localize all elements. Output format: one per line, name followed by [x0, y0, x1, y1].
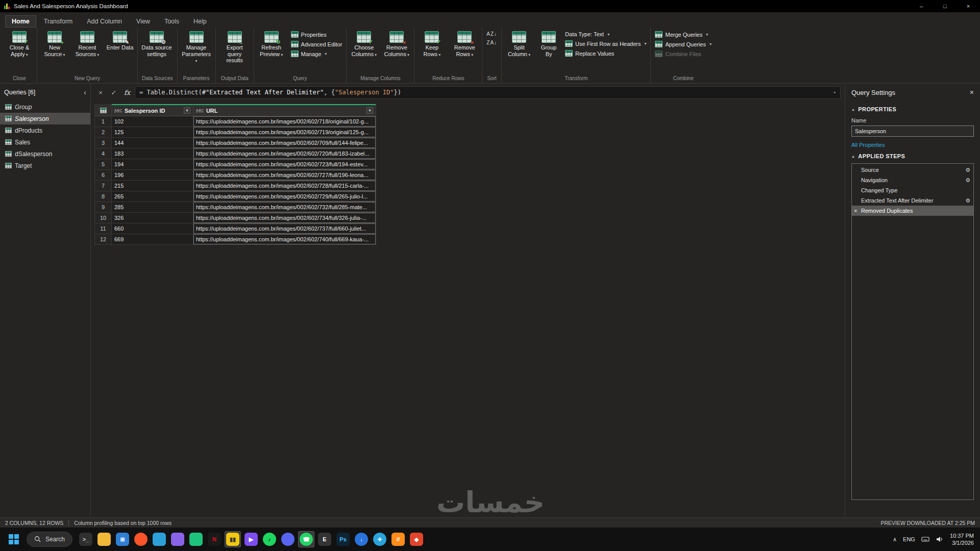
salesperson-id-cell[interactable]: 183	[112, 148, 193, 159]
keep-rows-button[interactable]: ✓ Keep Rows	[416, 29, 447, 74]
table-row[interactable]: 4 183 https://uploaddeimagens.com.br/ima…	[94, 148, 845, 159]
row-number-cell[interactable]: 10	[94, 213, 112, 223]
step-source[interactable]: × Source ⚙	[852, 165, 973, 175]
row-number-cell[interactable]: 8	[94, 191, 112, 202]
split-column-button[interactable]: Split Column	[504, 29, 534, 74]
tab-view[interactable]: View	[130, 15, 157, 28]
new-source-button[interactable]: + New Source	[39, 29, 70, 74]
merge-queries-button[interactable]: Merge Queries	[653, 30, 714, 39]
remove-rows-button[interactable]: × Remove Rows	[449, 29, 480, 74]
applied-steps-section-header[interactable]: ▲ APPLIED STEPS	[851, 153, 974, 159]
taskbar-search[interactable]: Search	[27, 532, 72, 547]
delete-step-icon[interactable]: ×	[854, 208, 857, 214]
properties-section-header[interactable]: ▲ PROPERTIES	[851, 106, 974, 112]
clock[interactable]: 10:37 PM 3/1/2026	[950, 532, 974, 547]
close-apply-button[interactable]: ✓ Close & Apply	[4, 29, 35, 74]
app-whatsapp[interactable]: ☎	[298, 531, 314, 547]
minimize-button[interactable]: –	[910, 0, 933, 12]
app-brave[interactable]	[133, 531, 149, 547]
recent-sources-button[interactable]: Recent Sources	[72, 29, 103, 74]
url-cell[interactable]: https://uploaddeimagens.com.br/images/00…	[193, 159, 376, 170]
manage-parameters-button[interactable]: Manage Parameters	[180, 29, 213, 74]
collapse-queries-icon[interactable]: ‹	[84, 88, 86, 96]
step-settings-gear-icon[interactable]: ⚙	[965, 177, 970, 184]
app-file-explorer[interactable]	[96, 531, 112, 547]
app-power-bi[interactable]: ▮▮	[225, 531, 241, 547]
app-epic-games[interactable]: E	[316, 531, 333, 547]
table-row[interactable]: 12 669 https://uploaddeimagens.com.br/im…	[94, 234, 845, 245]
sort-descending-button[interactable]: ZA↓	[484, 39, 499, 46]
salesperson-id-cell[interactable]: 326	[112, 213, 193, 223]
row-number-cell[interactable]: 5	[94, 159, 112, 170]
step-settings-gear-icon[interactable]: ⚙	[965, 167, 970, 173]
url-cell[interactable]: https://uploaddeimagens.com.br/images/00…	[193, 181, 376, 191]
app-microsoft-store[interactable]: ⊞	[114, 531, 131, 547]
salesperson-id-cell[interactable]: 265	[112, 191, 193, 202]
salesperson-id-cell[interactable]: 194	[112, 159, 193, 170]
app-downloader[interactable]: ↓	[353, 531, 370, 547]
commit-formula-icon[interactable]: ✓	[108, 87, 119, 98]
app-spotify[interactable]: ♪	[261, 531, 278, 547]
export-query-results-button[interactable]: → Export query results	[218, 29, 252, 74]
row-number-cell[interactable]: 3	[94, 138, 112, 148]
app-terminal[interactable]: >_	[78, 531, 94, 547]
row-number-cell[interactable]: 12	[94, 234, 112, 245]
step-changed-type[interactable]: × Changed Type ⚙	[852, 185, 973, 195]
row-number-cell[interactable]: 6	[94, 170, 112, 181]
tab-home[interactable]: Home	[5, 15, 36, 28]
url-cell[interactable]: https://uploaddeimagens.com.br/images/00…	[193, 202, 376, 213]
start-button[interactable]	[6, 532, 21, 547]
formula-input[interactable]: = Table.Distinct(#"Extracted Text After …	[135, 86, 841, 99]
close-button[interactable]: ×	[957, 0, 980, 12]
salesperson-id-cell[interactable]: 102	[112, 116, 193, 127]
tab-help[interactable]: Help	[187, 15, 213, 28]
use-first-row-as-headers-button[interactable]: Use First Row as Headers	[563, 39, 648, 48]
maximize-button[interactable]: □	[933, 0, 957, 12]
query-name-input[interactable]	[851, 126, 974, 137]
url-cell[interactable]: https://uploaddeimagens.com.br/images/00…	[193, 127, 376, 138]
properties-button[interactable]: Properties	[289, 30, 345, 39]
step-removed-duplicates[interactable]: × Removed Duplicates ⚙	[852, 206, 973, 216]
step-extracted-text[interactable]: × Extracted Text After Delimiter ⚙	[852, 195, 973, 206]
refresh-preview-button[interactable]: ↻ Refresh Preview	[256, 29, 287, 74]
query-group[interactable]: Group	[0, 101, 90, 113]
url-cell[interactable]: https://uploaddeimagens.com.br/images/00…	[193, 213, 376, 223]
append-queries-button[interactable]: Append Queries	[653, 40, 714, 48]
volume-icon[interactable]	[936, 535, 944, 543]
url-cell[interactable]: https://uploaddeimagens.com.br/images/00…	[193, 138, 376, 148]
replace-values-button[interactable]: Replace Values	[563, 49, 648, 58]
query-dsalesperson[interactable]: dSalesperson	[0, 148, 90, 160]
salesperson-id-cell[interactable]: 215	[112, 181, 193, 191]
app-red[interactable]: ◆	[408, 531, 425, 547]
salesperson-id-cell[interactable]: 196	[112, 170, 193, 181]
table-row[interactable]: 6 196 https://uploaddeimagens.com.br/ima…	[94, 170, 845, 181]
app-media-player[interactable]: ▶	[243, 531, 259, 547]
app-stripes[interactable]: //	[390, 531, 406, 547]
table-row[interactable]: 2 125 https://uploaddeimagens.com.br/ima…	[94, 127, 845, 138]
close-settings-icon[interactable]: ×	[970, 88, 974, 96]
advanced-editor-button[interactable]: Advanced Editor	[289, 40, 345, 48]
formula-expand-icon[interactable]: ▾	[834, 90, 836, 95]
salesperson-id-cell[interactable]: 285	[112, 202, 193, 213]
url-cell[interactable]: https://uploaddeimagens.com.br/images/00…	[193, 234, 376, 245]
table-row[interactable]: 7 215 https://uploaddeimagens.com.br/ima…	[94, 181, 845, 191]
table-row[interactable]: 11 660 https://uploaddeimagens.com.br/im…	[94, 223, 845, 234]
column-filter-icon[interactable]: ▾	[366, 107, 373, 114]
sort-ascending-button[interactable]: AZ↓	[484, 30, 499, 38]
column-filter-icon[interactable]: ▾	[184, 107, 190, 114]
data-type-button[interactable]: Data Type: Text	[563, 30, 648, 38]
step-navigation[interactable]: × Navigation ⚙	[852, 175, 973, 185]
app-purple[interactable]	[169, 531, 186, 547]
table-row[interactable]: 10 326 https://uploaddeimagens.com.br/im…	[94, 213, 845, 223]
row-number-cell[interactable]: 4	[94, 148, 112, 159]
remove-columns-button[interactable]: × Remove Columns	[381, 29, 412, 74]
url-cell[interactable]: https://uploaddeimagens.com.br/images/00…	[193, 223, 376, 234]
tray-chevron-icon[interactable]: ∧	[893, 536, 897, 543]
salesperson-id-cell[interactable]: 660	[112, 223, 193, 234]
column-header-salesperson-id[interactable]: ABC Salesperson ID ▾	[112, 104, 193, 116]
app-vscode[interactable]	[151, 531, 167, 547]
query-sales[interactable]: Sales	[0, 136, 90, 148]
column-header-url[interactable]: ABC URL ▾	[193, 104, 376, 116]
manage-button[interactable]: Manage	[289, 49, 345, 58]
data-source-settings-button[interactable]: ⚙ Data source settings	[140, 29, 174, 74]
